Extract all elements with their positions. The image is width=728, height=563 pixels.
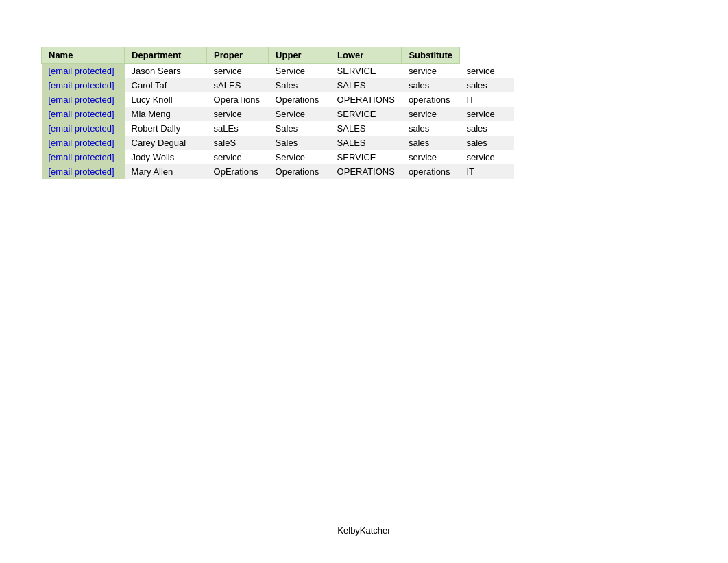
proper-cell: Sales bbox=[269, 136, 330, 150]
table-row: [email protected]Carol TafsALESSalesSALE… bbox=[42, 78, 515, 92]
department-cell: OperaTions bbox=[207, 92, 269, 107]
department-cell: saleS bbox=[207, 136, 269, 150]
lower-cell: service bbox=[402, 64, 460, 79]
upper-cell: SERVICE bbox=[330, 107, 402, 121]
upper-cell: SALES bbox=[330, 78, 402, 92]
proper-cell: Sales bbox=[269, 121, 330, 136]
data-table: Name Department Proper Upper Lower Subst… bbox=[41, 47, 514, 179]
upper-cell: SERVICE bbox=[330, 64, 402, 79]
upper-cell: OPERATIONS bbox=[330, 164, 402, 179]
name-cell: Lucy Knoll bbox=[125, 92, 207, 107]
footer-label: KelbyKatcher bbox=[337, 525, 390, 536]
substitute-cell: IT bbox=[459, 164, 514, 179]
department-cell: OpErations bbox=[207, 164, 269, 179]
email-cell: [email protected] bbox=[42, 150, 125, 164]
col-header-department: Department bbox=[125, 47, 207, 64]
substitute-cell: sales bbox=[459, 136, 514, 150]
upper-cell: SERVICE bbox=[330, 150, 402, 164]
lower-cell: sales bbox=[402, 78, 460, 92]
lower-cell: sales bbox=[402, 121, 460, 136]
name-cell: Jody Wolls bbox=[125, 150, 207, 164]
name-cell: Robert Dally bbox=[125, 121, 207, 136]
table-row: [email protected]Mia MengserviceServiceS… bbox=[42, 107, 515, 121]
col-header-upper: Upper bbox=[269, 47, 330, 64]
table-row: [email protected]Jason SearsserviceServi… bbox=[42, 64, 515, 79]
email-cell: [email protected] bbox=[42, 164, 125, 179]
table-row: [email protected]Robert DallysaLEsSalesS… bbox=[42, 121, 515, 136]
department-cell: saLEs bbox=[207, 121, 269, 136]
upper-cell: OPERATIONS bbox=[330, 92, 402, 107]
lower-cell: operations bbox=[402, 92, 460, 107]
proper-cell: Sales bbox=[269, 78, 330, 92]
department-cell: service bbox=[207, 64, 269, 79]
lower-cell: sales bbox=[402, 136, 460, 150]
email-cell: [email protected] bbox=[42, 92, 125, 107]
lower-cell: service bbox=[402, 150, 460, 164]
substitute-cell: IT bbox=[459, 92, 514, 107]
page-container: Name Department Proper Upper Lower Subst… bbox=[0, 0, 728, 563]
name-cell: Mia Meng bbox=[125, 107, 207, 121]
proper-cell: Service bbox=[269, 64, 330, 79]
email-cell: [email protected] bbox=[42, 121, 125, 136]
email-cell: [email protected] bbox=[42, 64, 125, 79]
substitute-cell: service bbox=[459, 107, 514, 121]
lower-cell: operations bbox=[402, 164, 460, 179]
proper-cell: Service bbox=[269, 107, 330, 121]
proper-cell: Operations bbox=[269, 164, 330, 179]
proper-cell: Service bbox=[269, 150, 330, 164]
table-row: [email protected]Carey DegualsaleSSalesS… bbox=[42, 136, 515, 150]
table-row: [email protected]Lucy KnollOperaTionsOpe… bbox=[42, 92, 515, 107]
name-cell: Carey Degual bbox=[125, 136, 207, 150]
department-cell: service bbox=[207, 107, 269, 121]
substitute-cell: service bbox=[459, 64, 514, 79]
name-cell: Jason Sears bbox=[125, 64, 207, 79]
email-cell: [email protected] bbox=[42, 107, 125, 121]
upper-cell: SALES bbox=[330, 136, 402, 150]
name-cell: Mary Allen bbox=[125, 164, 207, 179]
department-cell: sALES bbox=[207, 78, 269, 92]
col-header-proper: Proper bbox=[207, 47, 269, 64]
col-header-lower: Lower bbox=[330, 47, 402, 64]
table-row: [email protected]Mary AllenOpErationsOpe… bbox=[42, 164, 515, 179]
email-cell: [email protected] bbox=[42, 78, 125, 92]
table-row: [email protected]Jody WollsserviceServic… bbox=[42, 150, 515, 164]
substitute-cell: sales bbox=[459, 78, 514, 92]
col-header-name: Name bbox=[42, 47, 125, 64]
substitute-cell: service bbox=[459, 150, 514, 164]
upper-cell: SALES bbox=[330, 121, 402, 136]
email-cell: [email protected] bbox=[42, 136, 125, 150]
name-cell: Carol Taf bbox=[125, 78, 207, 92]
substitute-cell: sales bbox=[459, 121, 514, 136]
department-cell: service bbox=[207, 150, 269, 164]
proper-cell: Operations bbox=[269, 92, 330, 107]
table-wrapper: Name Department Proper Upper Lower Subst… bbox=[41, 47, 687, 179]
lower-cell: service bbox=[402, 107, 460, 121]
col-header-substitute: Substitute bbox=[402, 47, 460, 64]
